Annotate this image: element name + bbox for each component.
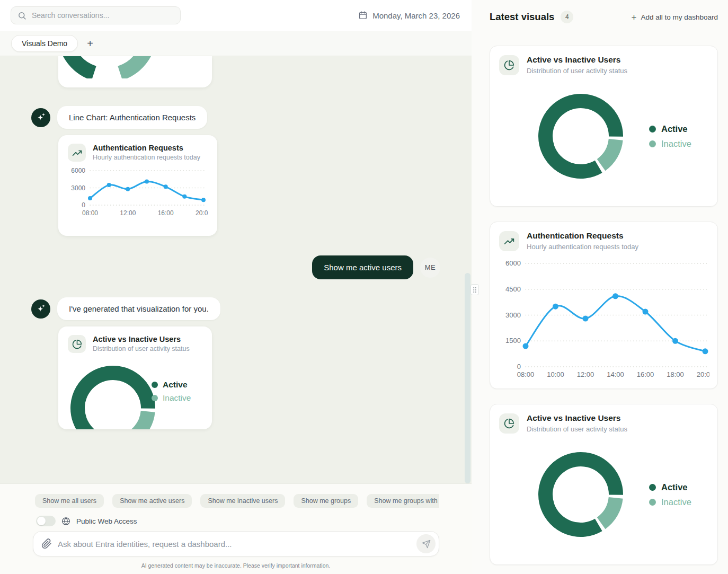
partial-chart-card [58, 56, 212, 87]
chart-subtitle: Hourly authentication requests today [527, 243, 638, 251]
active-inactive-donut-chart [68, 363, 158, 429]
bot-message-bubble: Line Chart: Authentication Requests [57, 106, 207, 129]
legend-item-inactive: Inactive [152, 393, 191, 403]
svg-text:3000: 3000 [71, 184, 85, 192]
search-conversations[interactable] [11, 6, 181, 24]
bot-avatar [31, 108, 50, 127]
active-inactive-donut-chart [536, 91, 626, 181]
svg-text:08:00: 08:00 [517, 370, 535, 378]
svg-text:0: 0 [517, 363, 521, 370]
date-text: Monday, March 23, 2026 [372, 11, 460, 20]
legend-dot-inactive [649, 140, 656, 147]
auth-requests-line-chart-small: 03000600008:0012:0016:0020:00 [68, 167, 208, 218]
chart-title: Authentication Requests [93, 144, 200, 152]
svg-text:20:00: 20:00 [697, 370, 709, 378]
calendar-icon [358, 11, 368, 20]
svg-text:10:00: 10:00 [547, 370, 564, 378]
suggestion-chips: Show me all users Show me active users S… [35, 494, 439, 508]
svg-text:14:00: 14:00 [607, 370, 624, 378]
grip-dots-icon [473, 287, 477, 293]
legend-item-inactive: Inactive [649, 497, 691, 507]
chart-subtitle: Hourly authentication requests today [93, 154, 200, 161]
chart-title: Active vs Inactive Users [527, 55, 627, 65]
bot-message-bubble: I've generated that visualization for yo… [57, 297, 220, 320]
chip-show-active-users[interactable]: Show me active users [112, 494, 192, 508]
send-button[interactable] [416, 534, 436, 553]
trending-up-icon [499, 231, 519, 251]
bot-avatar [31, 299, 50, 319]
chart-subtitle: Distribution of user activity status [527, 425, 627, 433]
new-tab-button[interactable]: + [87, 38, 93, 49]
legend-item-active: Active [649, 124, 691, 134]
visual-card-donut-2: Active vs Inactive Users Distribution of… [490, 404, 718, 565]
chat-panel: Monday, March 23, 2026 Visuals Demo + Li… [0, 0, 472, 574]
chart-subtitle: Distribution of user activity status [527, 67, 627, 75]
active-inactive-donut-chart [536, 449, 626, 540]
ai-disclaimer: AI generated content may be inaccurate. … [0, 562, 472, 569]
user-avatar: ME [420, 258, 440, 278]
trending-up-icon [68, 144, 86, 162]
tab-visuals-demo[interactable]: Visuals Demo [11, 35, 78, 52]
chart-subtitle: Distribution of user activity status [93, 345, 190, 352]
chart-legend: Active Inactive [649, 124, 691, 149]
chart-card-header: Active vs Inactive Users Distribution of… [68, 335, 202, 353]
pie-chart-icon [499, 413, 519, 434]
svg-text:20:00: 20:00 [196, 209, 208, 217]
chip-show-all-users[interactable]: Show me all users [35, 494, 104, 508]
tab-bar: Visuals Demo + [0, 31, 472, 56]
legend-dot-active [152, 382, 158, 388]
visual-card-line: Authentication Requests Hourly authentic… [490, 222, 718, 389]
clipped-donut-chart [58, 56, 212, 78]
pie-chart-icon [68, 335, 86, 353]
user-message-row: Show me active users ME [31, 255, 440, 279]
chart-title: Authentication Requests [527, 231, 638, 241]
message-input-bar [33, 531, 439, 557]
pie-chart-icon [499, 55, 519, 75]
add-all-to-dashboard-button[interactable]: + Add all to my dashboard [631, 13, 718, 22]
chart-title: Active vs Inactive Users [93, 335, 190, 343]
svg-text:18:00: 18:00 [667, 370, 684, 378]
user-message-bubble: Show me active users [312, 255, 413, 279]
svg-text:16:00: 16:00 [637, 370, 654, 378]
app-root: Monday, March 23, 2026 Visuals Demo + Li… [0, 0, 728, 574]
legend-dot-active [649, 126, 656, 133]
auth-requests-line-chart: 0150030004500600008:0010:0012:0014:0016:… [499, 259, 708, 379]
paperclip-icon [41, 538, 52, 549]
message-input[interactable] [58, 540, 416, 549]
panel-resize-handle[interactable] [470, 284, 479, 295]
date-display: Monday, March 23, 2026 [358, 11, 460, 20]
toggle-knob [37, 517, 46, 525]
bot-message-row: Line Chart: Authentication Requests [31, 106, 472, 129]
top-bar: Monday, March 23, 2026 [0, 0, 472, 31]
chart-legend: Active Inactive [649, 482, 691, 507]
latest-visuals-panel: Latest visuals 4 + Add all to my dashboa… [472, 0, 728, 574]
legend-item-active: Active [152, 380, 191, 390]
visuals-count-badge: 4 [561, 11, 573, 23]
chip-show-inactive-users[interactable]: Show me inactive users [200, 494, 285, 508]
sparkles-icon [35, 112, 46, 123]
chart-card-header: Authentication Requests Hourly authentic… [68, 144, 208, 162]
svg-text:3000: 3000 [505, 311, 521, 319]
svg-text:08:00: 08:00 [82, 209, 98, 217]
svg-text:12:00: 12:00 [577, 370, 594, 378]
public-web-access-toggle[interactable] [36, 516, 56, 526]
bot-message-row: I've generated that visualization for yo… [31, 297, 472, 320]
legend-dot-active [649, 484, 656, 491]
attach-button[interactable] [41, 538, 52, 549]
search-input[interactable] [32, 11, 174, 20]
chip-show-groups-no-members[interactable]: Show me groups with no members [367, 494, 439, 508]
svg-text:4500: 4500 [505, 285, 521, 293]
panel-title: Latest visuals [490, 11, 554, 23]
conversation-area: Line Chart: Authentication Requests Auth… [0, 56, 472, 483]
plus-icon: + [631, 13, 636, 22]
globe-icon [61, 517, 70, 526]
chat-scrollbar-thumb[interactable] [465, 273, 470, 483]
visual-card-donut-1: Active vs Inactive Users Distribution of… [490, 46, 718, 207]
svg-text:0: 0 [82, 201, 85, 209]
legend-item-inactive: Inactive [649, 139, 691, 149]
legend-dot-inactive [152, 395, 158, 401]
line-chart-card: Authentication Requests Hourly authentic… [58, 135, 217, 236]
chip-show-groups[interactable]: Show me groups [294, 494, 358, 508]
search-icon [17, 11, 26, 20]
donut-chart-card: Active vs Inactive Users Distribution of… [58, 326, 212, 429]
